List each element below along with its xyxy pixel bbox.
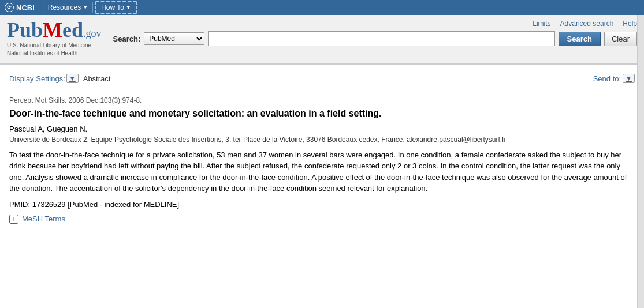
mesh-plus-icon: + [9, 215, 18, 224]
content-area: Display Settings: ▼ Abstract Send to: ▼ … [0, 65, 644, 230]
logo-area: PubMed.gov U.S. National Library of Medi… [7, 20, 102, 58]
limits-link[interactable]: Limits [533, 20, 550, 28]
send-to-dropdown[interactable]: ▼ [623, 74, 635, 83]
pmid-line: PMID: 17326529 [PubMed - indexed for MED… [9, 200, 635, 209]
affiliation: Université de Bordeaux 2, Equipe Psychol… [9, 136, 635, 144]
header: PubMed.gov U.S. National Library of Medi… [0, 15, 644, 64]
display-settings-dropdown[interactable]: ▼ [66, 74, 79, 83]
right-scrollbar[interactable] [637, 15, 644, 230]
article: Percept Mot Skills. 2006 Dec;103(3):974-… [9, 96, 635, 224]
clear-button[interactable]: Clear [604, 32, 637, 46]
nlm-line1: U.S. National Library of Medicine [7, 42, 102, 50]
search-input[interactable] [208, 31, 554, 46]
search-area: Limits Advanced search Help Search: PubM… [113, 20, 637, 46]
display-view-label: Abstract [83, 74, 111, 83]
ed-text: ed [62, 18, 83, 42]
search-links: Limits Advanced search Help [113, 20, 637, 28]
authors: Pascual A, Gueguen N. [9, 125, 635, 133]
search-row: Search: PubMed All Databases Journals Se… [113, 31, 637, 46]
ncbi-logo: ⟳ NCBI [5, 3, 35, 12]
send-to-label: Send to: [593, 74, 621, 83]
med-text: M [43, 18, 62, 42]
abstract-text: To test the door-in-the-face technique f… [9, 149, 635, 194]
display-row: Display Settings: ▼ Abstract Send to: ▼ [9, 70, 635, 89]
resources-button[interactable]: Resources ▼ [43, 2, 93, 13]
top-navigation-bar: ⟳ NCBI Resources ▼ How To ▼ [0, 0, 644, 15]
help-link[interactable]: Help [623, 20, 637, 28]
howto-button[interactable]: How To ▼ [95, 1, 137, 14]
ncbi-logo-icon: ⟳ [5, 3, 14, 12]
search-label: Search: [113, 35, 141, 43]
send-to-link[interactable]: Send to: ▼ [593, 74, 635, 83]
search-button[interactable]: Search [559, 32, 601, 46]
nlm-line2: National Institutes of Health [7, 50, 102, 58]
journal-citation: Percept Mot Skills. 2006 Dec;103(3):974-… [9, 96, 635, 104]
pub-text: Pub [7, 18, 43, 42]
nlm-text: U.S. National Library of Medicine Nation… [7, 42, 102, 58]
resources-dropdown-arrow: ▼ [83, 5, 88, 10]
resources-label: Resources [48, 3, 81, 12]
display-settings-link[interactable]: Display Settings: ▼ [9, 74, 79, 83]
pubmed-logo: PubMed.gov [7, 20, 102, 40]
advanced-search-link[interactable]: Advanced search [560, 20, 614, 28]
gov-text: .gov [83, 28, 102, 39]
search-database-select[interactable]: PubMed All Databases Journals [144, 32, 204, 45]
display-settings-label: Display Settings: [9, 74, 65, 83]
mesh-terms-link[interactable]: + MeSH Terms [9, 215, 635, 224]
article-title: Door-in-the-face technique and monetary … [9, 108, 635, 120]
howto-label: How To [101, 3, 124, 12]
ncbi-label: NCBI [16, 3, 35, 12]
mesh-terms-label: MeSH Terms [22, 215, 65, 223]
howto-dropdown-arrow: ▼ [126, 5, 131, 10]
